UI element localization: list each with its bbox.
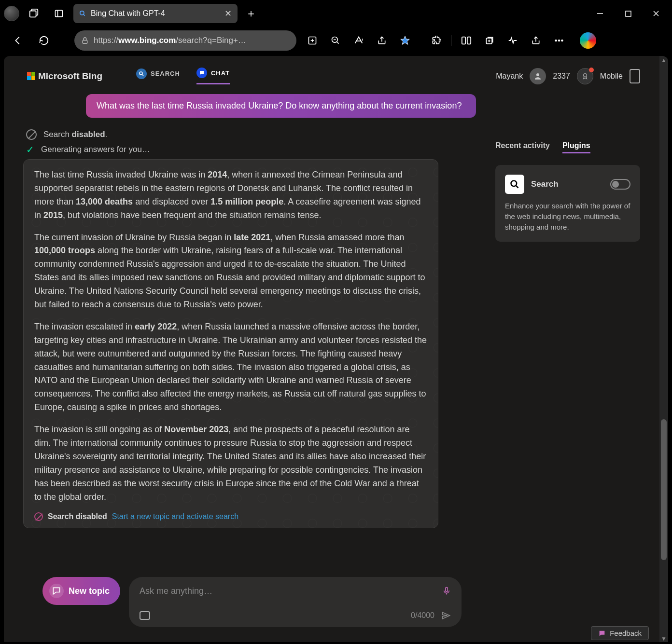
new-topic-button[interactable]: New topic (42, 577, 120, 605)
plugin-search-icon (505, 175, 524, 194)
svg-rect-9 (83, 40, 87, 43)
svg-marker-18 (401, 36, 409, 44)
send-icon[interactable] (441, 611, 451, 620)
chat-input-box[interactable]: 0/4000 (129, 577, 462, 627)
minimize-button[interactable] (588, 4, 612, 23)
answer-paragraph: The current invasion of Ukraine by Russi… (34, 231, 427, 312)
svg-rect-1 (56, 10, 63, 16)
user-name[interactable]: Mayank (496, 72, 523, 81)
lock-icon (81, 37, 89, 44)
ask-input[interactable] (140, 586, 442, 596)
answer-paragraph: The last time Russia invaded Ukraine was… (34, 168, 427, 222)
url-text: https://www.bing.com/search?q=Bing+… (94, 36, 246, 45)
search-disabled-icon (34, 512, 43, 521)
browser-tab[interactable]: Bing Chat with GPT-4 ✕ (73, 4, 238, 23)
svg-line-4 (84, 14, 85, 16)
svg-point-25 (555, 40, 557, 41)
svg-rect-6 (626, 11, 631, 16)
tab-chat[interactable]: CHAT (196, 68, 230, 84)
profile-avatar[interactable] (4, 6, 19, 21)
tab-search[interactable]: SEARCH (136, 68, 180, 84)
plugin-toggle[interactable] (610, 179, 630, 190)
vertical-tabs-icon[interactable] (48, 3, 70, 24)
image-upload-icon[interactable] (140, 611, 150, 620)
workspaces-icon[interactable] (23, 3, 44, 24)
user-avatar-icon[interactable] (530, 68, 546, 84)
answer-paragraph: The invasion escalated in early 2022, wh… (34, 320, 427, 414)
rewards-badge-icon[interactable] (577, 68, 593, 84)
search-tab-icon (136, 69, 147, 79)
maximize-button[interactable] (616, 4, 640, 23)
start-new-topic-link[interactable]: Start a new topic and activate search (112, 512, 238, 521)
split-screen-icon[interactable] (456, 30, 476, 51)
svg-rect-19 (462, 37, 465, 44)
vertical-scrollbar[interactable]: ▲ ▼ (659, 56, 668, 642)
rewards-points[interactable]: 2337 (553, 72, 570, 81)
phone-icon[interactable] (630, 69, 640, 83)
svg-point-34 (511, 181, 517, 187)
status-search-disabled: Search disabled. (26, 129, 481, 140)
chat-tab-icon (196, 68, 207, 78)
favorite-star-icon[interactable] (395, 30, 415, 51)
feedback-button[interactable]: Feedback (591, 626, 649, 640)
tab-close-icon[interactable]: ✕ (224, 8, 232, 19)
side-tab-recent[interactable]: Recent activity (495, 141, 550, 153)
status-generating: ✓ Generating answers for you… (26, 144, 481, 155)
svg-point-27 (561, 40, 563, 41)
svg-line-35 (516, 186, 518, 188)
char-counter: 0/4000 (411, 611, 434, 620)
svg-rect-32 (446, 588, 448, 592)
collections-icon[interactable] (479, 30, 500, 51)
back-button[interactable] (8, 30, 28, 51)
tab-title: Bing Chat with GPT-4 (91, 9, 220, 18)
svg-point-30 (536, 73, 539, 76)
user-message-bubble: What was the last time Russia invaded Uk… (86, 94, 476, 118)
share-icon[interactable] (372, 30, 392, 51)
share-2-icon[interactable] (526, 30, 546, 51)
plugin-description: Enhance your search with the power of th… (505, 201, 630, 232)
read-aloud-icon[interactable] (349, 30, 369, 51)
address-bar[interactable]: https://www.bing.com/search?q=Bing+… (74, 30, 296, 51)
svg-line-14 (337, 42, 339, 44)
zoom-out-icon[interactable] (325, 30, 346, 51)
side-tab-plugins[interactable]: Plugins (562, 141, 590, 153)
feedback-icon (598, 630, 606, 637)
search-disabled-label: Search disabled (48, 512, 107, 521)
plugin-title: Search (531, 179, 603, 189)
microsoft-logo-icon (27, 72, 35, 80)
svg-line-29 (142, 74, 143, 76)
answer-card: The last time Russia invaded Ukraine was… (23, 159, 438, 528)
mobile-label[interactable]: Mobile (600, 72, 623, 81)
scroll-down-icon[interactable]: ▼ (661, 635, 667, 641)
svg-point-26 (558, 40, 560, 41)
performance-icon[interactable] (503, 30, 523, 51)
refresh-button[interactable] (34, 30, 54, 51)
extensions-icon[interactable] (426, 30, 446, 51)
scroll-up-icon[interactable]: ▲ (661, 57, 667, 63)
svg-rect-20 (467, 37, 471, 44)
new-tab-button[interactable]: ＋ (241, 6, 261, 21)
bing-logo[interactable]: Microsoft Bing (27, 71, 102, 82)
scroll-thumb[interactable] (661, 419, 667, 560)
plugin-card-search: Search Enhance your search with the powe… (495, 165, 640, 242)
svg-point-3 (80, 11, 84, 15)
svg-rect-0 (30, 11, 36, 17)
disabled-icon (26, 129, 37, 140)
tab-favicon-icon (79, 10, 86, 17)
close-window-button[interactable] (644, 4, 668, 23)
check-icon: ✓ (26, 144, 34, 155)
copilot-icon[interactable] (580, 32, 596, 49)
add-page-icon[interactable] (302, 30, 322, 51)
microphone-icon[interactable] (442, 586, 451, 596)
svg-point-31 (584, 73, 587, 77)
more-icon[interactable] (549, 30, 569, 51)
answer-paragraph: The invasion is still ongoing as of Nove… (34, 423, 427, 504)
new-topic-icon (49, 584, 64, 598)
